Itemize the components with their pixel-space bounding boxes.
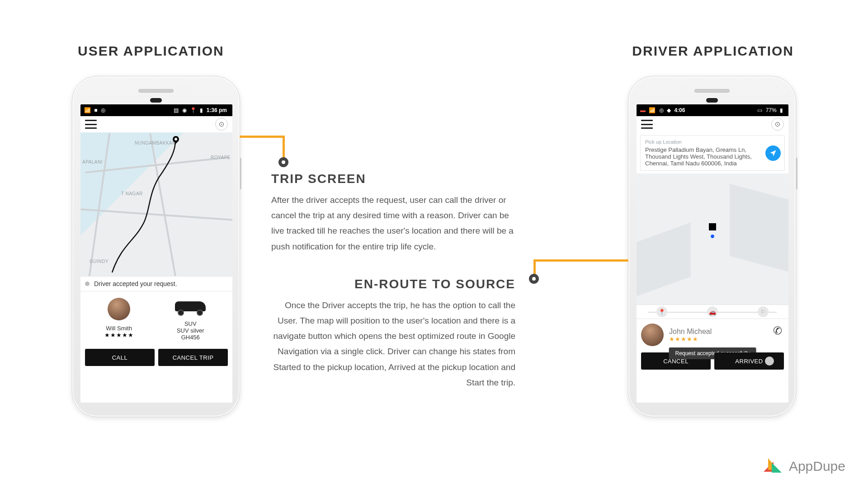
volte-icon: ▭ <box>757 107 762 113</box>
user-statusbar: 📶 ■ ◎ ▤ ◉ 📍 ▮ 1:36 pm <box>80 104 232 116</box>
menu-icon[interactable] <box>85 120 97 129</box>
step-pickup-icon: 📍 <box>656 306 667 317</box>
vehicle-desc: SUV silver <box>177 327 204 334</box>
video-icon: ■ <box>94 107 97 113</box>
cancel-trip-button[interactable]: CANCEL TRIP <box>158 349 228 366</box>
enroute-body: Once the Driver accepts the trip, he has… <box>271 298 515 390</box>
rider-rating: ★★★★★ <box>669 336 712 343</box>
pickup-label: Pick up Location <box>645 139 780 145</box>
statusbar-left-icons: ▬ 📶 ◎ ◆ 4:06 <box>640 107 687 114</box>
center-column: TRIP SCREEN After the driver accepts the… <box>271 172 515 390</box>
driver-column: Will Smith ★★★★★ <box>104 298 134 341</box>
pickup-pin-icon <box>709 223 716 230</box>
orb-icon: ◎ <box>101 107 105 113</box>
phone-speaker <box>138 89 174 93</box>
battery-pct: 77% <box>766 107 777 113</box>
driver-app-title: DRIVER APPLICATION <box>632 43 794 59</box>
phone-speaker <box>694 89 730 93</box>
menu-icon[interactable] <box>641 120 653 129</box>
rider-info-row: John Micheal ★★★★★ ✆ <box>637 319 788 349</box>
rider-avatar <box>641 324 664 346</box>
pointer-enroute <box>515 259 628 286</box>
pickup-card: Pick up Location Prestige Palladium Baya… <box>640 135 785 171</box>
slide-knob-icon <box>765 357 774 366</box>
pickup-address: Prestige Palladium Bayan, Greams Ln, Tho… <box>645 146 780 167</box>
enroute-heading: EN-ROUTE TO SOURCE <box>271 277 515 291</box>
location-icon: 📍 <box>190 107 197 113</box>
battery-icon: ▮ <box>200 107 203 113</box>
user-app-title: USER APPLICATION <box>78 43 224 59</box>
user-map[interactable]: NUNGAMBAKKAM APALANI T NAGAR GUINDY ROYA… <box>80 132 232 276</box>
call-rider-button[interactable]: ✆ <box>773 324 782 337</box>
driver-map[interactable] <box>637 174 788 305</box>
status-time: 1:36 pm <box>207 107 227 113</box>
step-flag-icon: ⚐ <box>758 306 769 317</box>
trip-body: After the driver accepts the request, us… <box>271 192 515 254</box>
driver-statusbar: ▬ 📶 ◎ ◆ 4:06 ▭ 77% ▮ <box>637 104 788 116</box>
crosshair-icon <box>218 121 225 127</box>
vehicle-column: SUV SUV silver GH456 <box>172 298 208 341</box>
arrived-button[interactable]: ARRIVED <box>714 352 784 370</box>
driver-name: Will Smith <box>106 325 132 332</box>
brand-logo: AppDupe <box>764 458 845 474</box>
request-status-banner: Driver accepted your request. <box>80 276 232 291</box>
vehicle-plate: GH456 <box>181 334 200 341</box>
driver-phone-frame: ▬ 📶 ◎ ◆ 4:06 ▭ 77% ▮ Pick up Location Pr… <box>628 76 796 417</box>
locate-button[interactable] <box>215 118 228 131</box>
phone-camera <box>706 98 718 103</box>
rider-name: John Micheal <box>669 328 712 336</box>
user-phone-frame: 📶 ■ ◎ ▤ ◉ 📍 ▮ 1:36 pm NUNGAMBAKKAM APALA… <box>72 76 240 417</box>
driver-info-card: Will Smith ★★★★★ SUV SUV silver GH456 <box>80 291 232 345</box>
driver-rating: ★★★★★ <box>104 332 134 338</box>
arrived-label: ARRIVED <box>735 358 763 365</box>
brand-mark-icon <box>764 458 783 474</box>
vehicle-type: SUV <box>184 320 197 327</box>
driver-screen: ▬ 📶 ◎ ◆ 4:06 ▭ 77% ▮ Pick up Location Pr… <box>637 104 788 403</box>
vehicle-image <box>172 298 208 316</box>
statusbar-right-icons: ▭ 77% ▮ <box>757 107 785 114</box>
call-button[interactable]: CALL <box>85 349 155 366</box>
signal-icon: 📶 <box>649 107 656 113</box>
signal-icon: 📶 <box>84 107 91 113</box>
driver-topbar <box>637 116 788 132</box>
wifi-icon: ◉ <box>182 107 187 113</box>
action-row: CALL CANCEL TRIP <box>80 345 232 371</box>
user-topbar <box>80 116 232 132</box>
current-location-icon <box>710 234 715 239</box>
trip-progress-steps: 📍 🚗 ⚐ <box>637 305 788 319</box>
status-dot-icon <box>85 282 90 286</box>
orb-icon: ◎ <box>659 107 664 113</box>
brand-name: AppDupe <box>789 459 845 474</box>
battery-icon: ▮ <box>780 107 783 113</box>
network-icon: ▤ <box>174 107 179 113</box>
status-time: 4:06 <box>674 107 685 113</box>
statusbar-left-icons: 📶 ■ ◎ <box>84 107 107 114</box>
carrier-icon: ▬ <box>640 107 646 113</box>
diamond-icon: ◆ <box>667 107 671 113</box>
locate-button[interactable] <box>771 118 784 131</box>
enroute-block: EN-ROUTE TO SOURCE Once the Driver accep… <box>271 277 515 390</box>
crosshair-icon <box>774 121 781 127</box>
phone-side-button <box>796 158 797 189</box>
trip-heading: TRIP SCREEN <box>271 172 515 186</box>
user-screen: 📶 ■ ◎ ▤ ◉ 📍 ▮ 1:36 pm NUNGAMBAKKAM APALA… <box>80 104 232 403</box>
trip-screen-block: TRIP SCREEN After the driver accepts the… <box>271 172 515 254</box>
notice-text: Driver accepted your request. <box>94 280 177 287</box>
navigate-button[interactable] <box>765 145 781 161</box>
driver-avatar <box>108 298 130 320</box>
pointer-trip <box>240 136 307 172</box>
navigate-icon <box>769 149 777 157</box>
step-car-icon: 🚗 <box>707 306 718 317</box>
statusbar-right-icons: ▤ ◉ 📍 ▮ 1:36 pm <box>174 107 229 114</box>
phone-camera <box>150 98 162 103</box>
